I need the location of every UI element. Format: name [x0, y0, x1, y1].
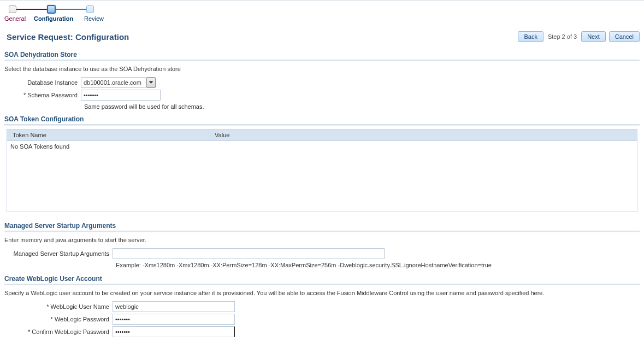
weblogic-user-label-text: WebLogic User Name: [51, 303, 109, 310]
soa-dehydration-section: SOA Dehydration Store Select the databas…: [0, 48, 644, 112]
required-marker: *: [28, 328, 30, 335]
weblogic-user-label: * WebLogic User Name: [4, 303, 113, 310]
back-button[interactable]: Back: [518, 31, 543, 42]
confirm-weblogic-password-field[interactable]: [113, 326, 235, 337]
weblogic-user-field[interactable]: [113, 301, 235, 312]
schema-password-hint: Same password will be used for all schem…: [4, 102, 640, 110]
weblogic-desc: Specify a WebLogic user account to be cr…: [4, 289, 640, 300]
cancel-button[interactable]: Cancel: [609, 31, 640, 42]
schema-password-label: * Schema Password: [4, 92, 81, 98]
soa-token-table-body: No SOA Tokens found: [7, 141, 637, 152]
train-step-review-box[interactable]: [86, 5, 94, 13]
managed-server-args-label: Managed Server Startup Arguments: [4, 250, 113, 257]
confirm-weblogic-password-label-text: Confirm WebLogic Password: [32, 328, 109, 335]
section-divider: [4, 231, 640, 232]
required-marker: *: [46, 303, 49, 310]
section-title: SOA Token Configuration: [4, 115, 640, 124]
soa-token-section: SOA Token Configuration Token Name Value…: [0, 112, 644, 214]
schema-password-field[interactable]: [81, 90, 161, 101]
soa-token-empty-text: No SOA Tokens found: [10, 143, 634, 150]
section-title: Managed Server Startup Arguments: [4, 222, 640, 231]
wizard-train-steps: [4, 5, 640, 14]
soa-token-table: Token Name Value No SOA Tokens found: [7, 129, 637, 212]
weblogic-user-section: Create WebLogic User Account Specify a W…: [0, 271, 644, 341]
soa-dehydration-desc: Select the database instance to use as t…: [4, 64, 640, 75]
section-divider: [4, 284, 640, 285]
section-title: Create WebLogic User Account: [4, 275, 640, 284]
soa-token-table-header: Token Name Value: [7, 130, 637, 141]
wizard-train: General Configuration Review: [0, 1, 644, 24]
weblogic-password-label: * WebLogic Password: [4, 316, 113, 322]
wizard-button-bar: Back Step 2 of 3 Next Cancel: [518, 31, 640, 42]
train-step-review-link[interactable]: Review: [84, 15, 111, 22]
database-instance-select[interactable]: [81, 77, 156, 88]
train-step-configuration-link[interactable]: Configuration: [34, 15, 84, 22]
weblogic-password-label-text: WebLogic Password: [55, 316, 109, 322]
wizard-train-labels: General Configuration Review: [4, 15, 640, 22]
column-value[interactable]: Value: [209, 130, 637, 140]
next-button[interactable]: Next: [581, 31, 606, 42]
database-instance-label: Database Instance: [4, 79, 81, 86]
weblogic-password-field[interactable]: [113, 314, 235, 325]
database-instance-value[interactable]: [81, 77, 146, 88]
managed-server-args-field[interactable]: [113, 248, 385, 259]
dropdown-icon[interactable]: [146, 77, 156, 88]
train-connector: [16, 9, 47, 10]
section-divider: [4, 60, 640, 61]
required-marker: *: [23, 92, 26, 98]
managed-server-example: Example: -Xms1280m -Xmx1280m -XX:PermSiz…: [4, 261, 640, 268]
step-indicator: Step 2 of 3: [547, 33, 578, 40]
train-step-general-link[interactable]: General: [4, 15, 34, 22]
train-step-configuration-box[interactable]: [47, 5, 56, 14]
managed-server-section: Managed Server Startup Arguments Enter m…: [0, 214, 644, 271]
train-connector: [56, 9, 86, 10]
column-token-name[interactable]: Token Name: [7, 130, 209, 140]
required-marker: *: [51, 316, 53, 322]
schema-password-label-text: Schema Password: [27, 92, 78, 98]
section-title: SOA Dehydration Store: [4, 51, 640, 60]
managed-server-desc: Enter memory and java arguments to start…: [4, 236, 640, 247]
section-divider: [4, 124, 640, 126]
confirm-weblogic-password-label: * Confirm WebLogic Password: [4, 328, 113, 335]
train-step-general-box[interactable]: [9, 5, 16, 13]
page-title: Service Request: Configuration: [7, 32, 129, 42]
